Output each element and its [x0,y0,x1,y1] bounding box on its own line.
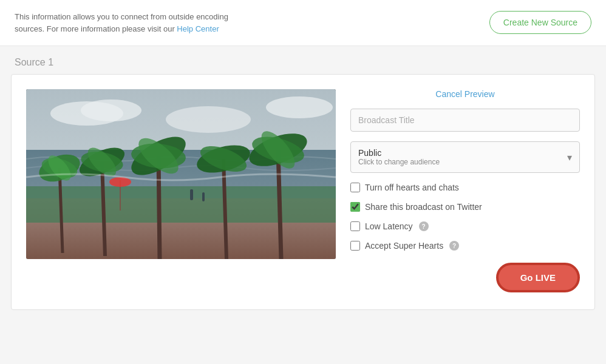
super-hearts-checkbox[interactable] [350,241,360,251]
video-preview [26,89,336,259]
main-content: Cancel Preview Public Click to change au… [11,74,595,310]
super-hearts-help-icon[interactable]: ? [449,241,459,251]
go-live-wrapper: Go LIVE [496,263,580,292]
hearts-chats-row: Turn off hearts and chats [350,183,580,192]
audience-sub-label: Click to change audience [358,158,440,166]
help-center-link[interactable]: Help Center [177,24,219,33]
low-latency-row: Low Latency ? [350,221,580,231]
svg-rect-29 [190,189,193,200]
hearts-chats-label: Turn off hearts and chats [365,183,459,192]
go-live-button[interactable]: Go LIVE [499,265,577,290]
create-new-source-button[interactable]: Create New Source [489,11,591,34]
low-latency-checkbox[interactable] [350,221,360,231]
top-bar: This information allows you to connect f… [0,0,606,46]
super-hearts-label: Accept Super Hearts [365,241,443,251]
low-latency-help-icon[interactable]: ? [419,221,429,231]
twitter-label: Share this broadcast on Twitter [365,202,482,212]
svg-point-2 [81,99,141,121]
go-live-container: Go LIVE [350,260,580,295]
audience-public-label: Public [358,148,440,158]
svg-rect-30 [202,192,205,201]
svg-line-23 [278,150,281,259]
cancel-preview-link[interactable]: Cancel Preview [350,89,580,99]
super-hearts-row: Accept Super Hearts ? [350,241,580,251]
svg-point-4 [266,96,333,118]
svg-point-3 [166,106,251,133]
svg-line-16 [158,156,160,259]
twitter-checkbox[interactable] [350,202,360,212]
svg-rect-7 [26,186,336,223]
chevron-down-icon: ▾ [567,152,572,163]
broadcast-title-input[interactable] [350,109,580,132]
source-label: Source 1 [0,46,606,74]
right-panel: Cancel Preview Public Click to change au… [350,89,580,295]
hearts-chats-checkbox[interactable] [350,183,360,192]
audience-dropdown[interactable]: Public Click to change audience ▾ [350,141,580,173]
twitter-row: Share this broadcast on Twitter [350,202,580,212]
low-latency-label: Low Latency [365,221,413,231]
info-text: This information allows you to connect f… [15,11,257,35]
